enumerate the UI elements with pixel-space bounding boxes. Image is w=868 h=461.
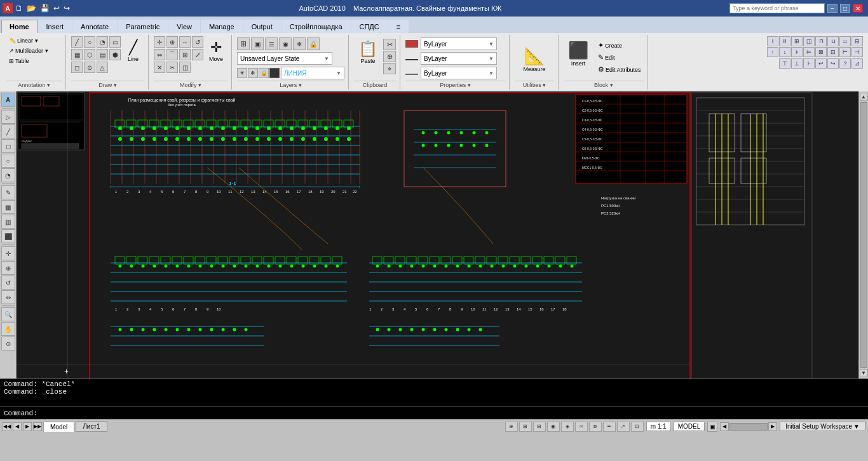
extra-btn-9[interactable]: ↑ (767, 47, 778, 57)
tab-nav-last[interactable]: ▶▶ (33, 422, 42, 431)
qat-save[interactable]: 💾 (39, 3, 51, 13)
layer-lck-btn[interactable]: 🔒 (259, 68, 269, 78)
layer-frz-btn[interactable]: ❄ (293, 37, 306, 50)
layer-name-select[interactable]: ЛИНИЯ ▼ (281, 67, 344, 79)
maximize-button[interactable]: □ (840, 4, 850, 13)
extra-btn-1[interactable]: I (767, 36, 778, 46)
tool-rotate2[interactable]: ↺ (1, 276, 15, 290)
tool-pan[interactable]: ✋ (1, 322, 15, 336)
tool-circle2[interactable]: ○ (1, 154, 15, 168)
extra-btn-11[interactable]: ⊧ (791, 47, 803, 57)
tab-manage[interactable]: Manage (201, 20, 243, 33)
qat-undo[interactable]: ↩ (52, 3, 61, 13)
mod-fillet-btn[interactable]: ⌒ (166, 49, 178, 60)
extra-btn-16[interactable]: ⊣ (851, 47, 863, 57)
draw-hatch-btn[interactable]: ▦ (71, 49, 83, 60)
linear-button[interactable]: 📏 Linear ▾ (6, 36, 41, 45)
command-text-input[interactable] (37, 410, 228, 417)
edit-attributes-button[interactable]: ⚙ Edit Attributes (595, 64, 644, 75)
tab-more[interactable]: ≡ (388, 20, 409, 33)
layer-cur-btn[interactable]: ☰ (265, 37, 278, 50)
extra-btn-15[interactable]: ⊢ (839, 47, 851, 57)
mod-rotate-btn[interactable]: ↺ (192, 36, 203, 48)
extra-btn-18[interactable]: ⊥ (791, 58, 803, 69)
snap-btn[interactable]: ⊕ (505, 422, 518, 432)
hscrollbar[interactable] (729, 423, 768, 431)
vscrollbar[interactable] (860, 102, 867, 368)
model-display[interactable]: MODEL (674, 422, 705, 431)
scroll-down-btn[interactable]: ▼ (860, 369, 868, 377)
tool-move2[interactable]: ✛ (1, 246, 15, 260)
mod-move-btn[interactable]: ✛ (154, 36, 165, 48)
draw-more2[interactable]: ⊙ (84, 62, 95, 73)
extra-btn-2[interactable]: II (779, 36, 790, 46)
extra-btn-3[interactable]: ⊞ (791, 36, 803, 46)
otrack-btn[interactable]: ∞ (575, 422, 588, 432)
tab-spds[interactable]: СПДС (351, 20, 388, 33)
extra-btn-21[interactable]: ↪ (827, 58, 839, 69)
tab-parametric[interactable]: Parametric (118, 20, 168, 33)
tab-stroiploschad[interactable]: Стройплощадка (281, 20, 351, 33)
edit-button[interactable]: ✎ Edit (595, 52, 644, 63)
move-button[interactable]: ✛ Move (205, 36, 227, 65)
mod-copy-btn[interactable]: ⊕ (166, 36, 178, 48)
matchprop-btn[interactable]: ⌖ (383, 63, 396, 74)
multileader-button[interactable]: ↗ Multileader ▾ (6, 46, 51, 55)
paste-button[interactable]: 📋 Paste (354, 36, 382, 68)
tool-polyline[interactable]: ◻ (1, 139, 15, 153)
color-select[interactable]: ByLayer ▼ (421, 37, 497, 50)
extra-btn-8[interactable]: ⊟ (851, 36, 863, 46)
tool-gradient[interactable]: ▥ (1, 215, 15, 229)
model-icon-btn[interactable]: ▣ (707, 422, 717, 432)
linetype-select[interactable]: ByLayer ▼ (421, 52, 497, 65)
scroll-right-btn[interactable]: ▶ (768, 422, 777, 431)
mod-mirror-btn[interactable]: ⇔ (154, 49, 165, 60)
tab-nav-first[interactable]: ◀◀ (3, 422, 11, 431)
table-button[interactable]: ⊞ Table (6, 57, 32, 65)
draw-line-btn[interactable]: ╱ (71, 36, 83, 48)
draw-more1[interactable]: ◻ (71, 62, 83, 73)
tab-home[interactable]: Home (1, 20, 37, 33)
extra-btn-22[interactable]: ? (839, 58, 851, 69)
drawing-canvas[interactable]: Индекс План размещения свай, разрезы и ф… (17, 91, 858, 378)
ortho-btn[interactable]: ⊟ (533, 422, 546, 432)
copy-btn[interactable]: ⊕ (383, 51, 396, 62)
layer-frz2-btn[interactable]: ❄ (248, 68, 258, 78)
tab-insert[interactable]: Insert (38, 20, 72, 33)
layer-iso-btn[interactable]: ◉ (279, 37, 292, 50)
layer-state-select[interactable]: Unsaved Layer State ▼ (237, 52, 332, 65)
draw-circle-btn[interactable]: ○ (84, 36, 95, 48)
tab-output[interactable]: Output (243, 20, 281, 33)
search-input[interactable] (729, 3, 825, 13)
layer-color-btn[interactable] (269, 68, 280, 78)
tool-line2[interactable]: ╱ (1, 124, 15, 138)
mod-stretch-btn[interactable]: ↔ (179, 36, 191, 48)
tool-mirror2[interactable]: ⇔ (1, 290, 15, 304)
lineweight-select[interactable]: ByLayer ▼ (421, 67, 497, 79)
extra-btn-6[interactable]: ⊔ (827, 36, 839, 46)
extra-btn-23[interactable]: ⊿ (851, 58, 863, 69)
tool-select[interactable]: A (1, 93, 15, 107)
layer-vis-btn[interactable]: ☀ (237, 68, 247, 78)
tool-zoom[interactable]: 🔍 (1, 307, 15, 321)
tool-3d[interactable]: ⊙ (1, 337, 15, 351)
cut-btn[interactable]: ✂ (383, 39, 396, 50)
measure-button[interactable]: 📐 Measure (520, 43, 549, 76)
extra-btn-13[interactable]: ⊠ (815, 47, 827, 57)
draw-arc-btn[interactable]: ◔ (97, 36, 108, 48)
tool-copy2[interactable]: ⊕ (1, 261, 15, 275)
tab-sheet1[interactable]: Лист1 (76, 421, 107, 432)
extra-btn-7[interactable]: ═ (839, 36, 851, 46)
tab-view[interactable]: View (168, 20, 200, 33)
tool-arc2[interactable]: ◔ (1, 168, 15, 182)
scroll-left-btn[interactable]: ◀ (720, 422, 729, 431)
tab-annotate[interactable]: Annotate (72, 20, 117, 33)
grid-btn[interactable]: ⊞ (519, 422, 532, 432)
tool-point[interactable]: ▷ (1, 110, 15, 124)
extra-btn-5[interactable]: ⊓ (815, 36, 827, 46)
draw-rect-btn[interactable]: ▭ (109, 36, 121, 48)
workspace-button[interactable]: Initial Setup Workspace ▼ (780, 422, 865, 431)
extra-btn-4[interactable]: ◫ (803, 36, 815, 46)
minimize-button[interactable]: − (827, 4, 837, 13)
extra-btn-17[interactable]: ⊤ (779, 58, 790, 69)
